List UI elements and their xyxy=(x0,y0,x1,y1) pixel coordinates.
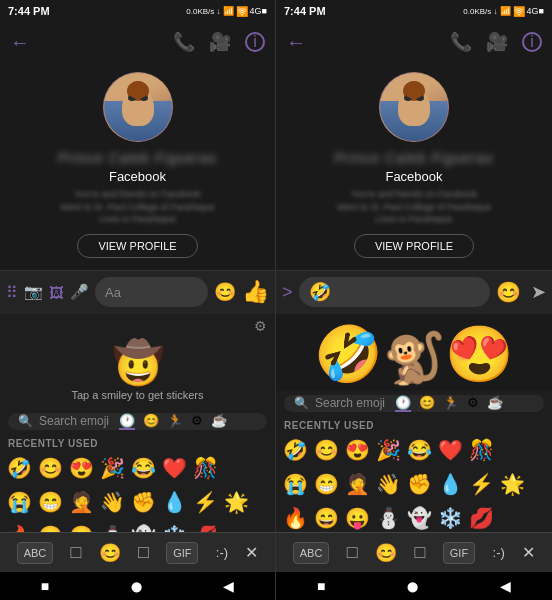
emoji-cell[interactable]: 💋 xyxy=(466,503,496,532)
emoji-cell[interactable]: 👋 xyxy=(373,469,403,499)
share-button-right[interactable]: □ xyxy=(414,542,425,563)
back-nav-icon-right[interactable]: ◀ xyxy=(500,578,511,594)
emoji-cell[interactable]: 👻 xyxy=(128,521,158,532)
emoji-cell[interactable]: 😊 xyxy=(311,435,341,465)
view-profile-button-right[interactable]: VIEW PROFILE xyxy=(354,234,474,258)
big-emoji-center[interactable]: 🐒 xyxy=(383,329,445,387)
phone-icon-left[interactable]: 📞 xyxy=(173,31,195,53)
emoji-cell[interactable]: 🌟 xyxy=(221,487,251,517)
camera-icon-left[interactable]: 📷 xyxy=(24,283,43,301)
emoji-cell[interactable]: 👋 xyxy=(97,487,127,517)
gif-button-right[interactable]: GIF xyxy=(443,542,475,564)
emoji-cell[interactable]: 😄 xyxy=(311,503,341,532)
send-icon-right[interactable]: ➤ xyxy=(531,281,546,303)
food-tab-left[interactable]: ☕ xyxy=(211,413,227,430)
emoji-cell[interactable]: ⛄ xyxy=(373,503,403,532)
home-icon-left[interactable]: ⬤ xyxy=(131,581,142,592)
emoji-cell[interactable]: 😊 xyxy=(35,453,65,483)
emoji-cell[interactable]: ⚡ xyxy=(190,487,220,517)
back-nav-icon-left[interactable]: ◀ xyxy=(223,578,234,594)
emoji-cell[interactable]: ❄️ xyxy=(159,521,189,532)
emoji-cell[interactable]: 🎉 xyxy=(373,435,403,465)
emoji-active-button-right[interactable]: 😊 xyxy=(375,542,397,564)
recent-tab-left[interactable]: 🕐 xyxy=(119,413,135,430)
emoji-cell[interactable]: 🎊 xyxy=(466,435,496,465)
close-button-right[interactable]: ✕ xyxy=(522,543,535,562)
emoji-cell[interactable]: 💧 xyxy=(435,469,465,499)
recent-apps-icon-left[interactable]: ■ xyxy=(41,578,49,594)
emoji-cell[interactable]: ⛄ xyxy=(97,521,127,532)
abc-button-left[interactable]: ABC xyxy=(17,542,54,564)
smiley-button-right[interactable]: :-) xyxy=(493,545,505,560)
emoji-cell[interactable]: 🔥 xyxy=(280,503,310,532)
object-tab-right[interactable]: ⚙ xyxy=(467,395,479,412)
emoji-cell[interactable]: ⚡ xyxy=(466,469,496,499)
info-icon-right[interactable]: i xyxy=(522,32,542,52)
emoji-cell[interactable]: 😍 xyxy=(66,453,96,483)
emoji-cell[interactable]: 💋 xyxy=(190,521,220,532)
emoji-cell[interactable]: 😄 xyxy=(35,521,65,532)
smiley-button-left[interactable]: :-) xyxy=(216,545,228,560)
emoji-search-bar-left[interactable]: 🔍 Search emoji 🕐 😊 🏃 ⚙ ☕ xyxy=(8,413,267,430)
emoji-cell[interactable]: 😛 xyxy=(342,503,372,532)
close-button-left[interactable]: ✕ xyxy=(245,543,258,562)
emoji-cell[interactable]: 😭 xyxy=(280,469,310,499)
gif-button-left[interactable]: GIF xyxy=(166,542,198,564)
expand-icon-right[interactable]: > xyxy=(282,282,293,303)
mic-icon-left[interactable]: 🎤 xyxy=(70,283,89,301)
emoji-search-bar-right[interactable]: 🔍 Search emoji 🕐 😊 🏃 ⚙ ☕ xyxy=(284,395,544,412)
recent-apps-icon-right[interactable]: ■ xyxy=(317,578,325,594)
sticker-emoji-left[interactable]: 🤠 xyxy=(112,338,164,387)
emoji-active-button-left[interactable]: 😊 xyxy=(99,542,121,564)
message-input-left[interactable]: Aa xyxy=(95,277,208,307)
message-input-right[interactable]: 🤣 xyxy=(299,277,490,307)
emoji-cell[interactable]: 😂 xyxy=(128,453,158,483)
emoji-bar-right[interactable]: 😊 xyxy=(496,280,521,304)
apps-icon-left[interactable]: ⠿ xyxy=(6,283,18,302)
image-icon-left[interactable]: 🖼 xyxy=(49,284,64,301)
emoji-cell[interactable]: ✊ xyxy=(128,487,158,517)
emoji-cell[interactable]: 😍 xyxy=(342,435,372,465)
emoji-cell[interactable]: 👻 xyxy=(404,503,434,532)
home-icon-right[interactable]: ⬤ xyxy=(407,581,418,592)
emoji-cell[interactable]: 😁 xyxy=(35,487,65,517)
info-icon-left[interactable]: i xyxy=(245,32,265,52)
like-icon-left[interactable]: 👍 xyxy=(242,279,269,305)
settings-icon-left[interactable]: ⚙ xyxy=(254,318,267,334)
activity-tab-left[interactable]: 🏃 xyxy=(167,413,183,430)
emoji-cell[interactable]: 🤣 xyxy=(280,435,310,465)
emoji-cell[interactable]: ❄️ xyxy=(435,503,465,532)
emoji-cell[interactable]: 🤦 xyxy=(66,487,96,517)
emoji-cell[interactable]: 💧 xyxy=(159,487,189,517)
recent-tab-right[interactable]: 🕐 xyxy=(395,395,411,412)
video-icon-right[interactable]: 🎥 xyxy=(486,31,508,53)
abc-button-right[interactable]: ABC xyxy=(293,542,330,564)
back-button-right[interactable]: ← xyxy=(286,31,306,54)
share-button-left[interactable]: □ xyxy=(138,542,149,563)
emoji-cell[interactable]: 😂 xyxy=(404,435,434,465)
emoji-cell[interactable]: 🎊 xyxy=(190,453,220,483)
emoji-cell[interactable]: 🎉 xyxy=(97,453,127,483)
emoji-cell[interactable]: 🔥 xyxy=(4,521,34,532)
smiley-tab-right[interactable]: 😊 xyxy=(419,395,435,412)
sticker-button-left[interactable]: □ xyxy=(71,542,82,563)
big-emoji-right[interactable]: 😍 xyxy=(445,322,514,387)
emoji-cell[interactable]: 😁 xyxy=(311,469,341,499)
smiley-tab-left[interactable]: 😊 xyxy=(143,413,159,430)
sticker-button-right[interactable]: □ xyxy=(347,542,358,563)
object-tab-left[interactable]: ⚙ xyxy=(191,413,203,430)
video-icon-left[interactable]: 🎥 xyxy=(209,31,231,53)
food-tab-right[interactable]: ☕ xyxy=(487,395,503,412)
back-button-left[interactable]: ← xyxy=(10,31,30,54)
emoji-cell[interactable]: ❤️ xyxy=(159,453,189,483)
emoji-cell[interactable]: 😛 xyxy=(66,521,96,532)
phone-icon-right[interactable]: 📞 xyxy=(450,31,472,53)
big-emoji-left[interactable]: 🤣 xyxy=(314,322,383,387)
emoji-icon-left[interactable]: 😊 xyxy=(214,281,236,303)
emoji-cell[interactable]: 🤦 xyxy=(342,469,372,499)
emoji-cell[interactable]: ✊ xyxy=(404,469,434,499)
emoji-cell[interactable]: ❤️ xyxy=(435,435,465,465)
view-profile-button-left[interactable]: VIEW PROFILE xyxy=(77,234,197,258)
emoji-cell[interactable]: 🌟 xyxy=(497,469,527,499)
emoji-cell[interactable]: 😭 xyxy=(4,487,34,517)
